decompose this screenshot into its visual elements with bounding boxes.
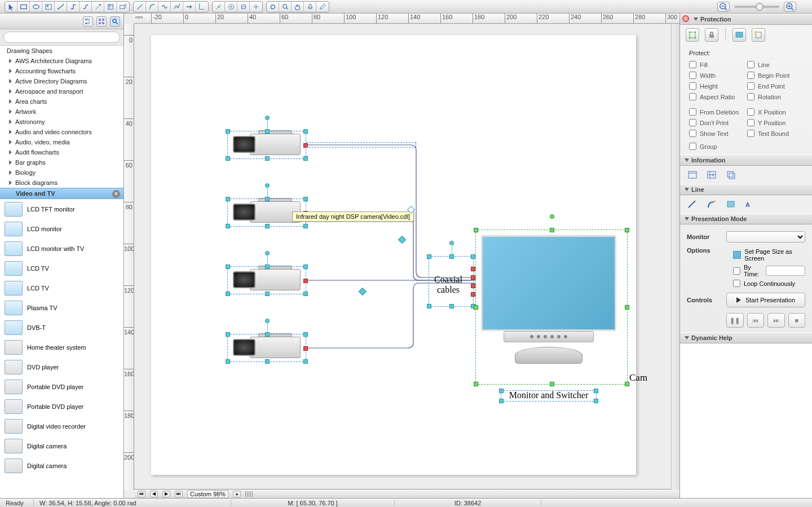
protect-icon-1[interactable] [686,28,699,42]
edit-tool-4[interactable] [250,2,262,12]
stencil-list[interactable]: LCD TFT monitor LCD monitor LCD monitor … [0,199,123,498]
loop-option[interactable]: Loop Continuously [726,279,805,288]
stamp-tool[interactable] [304,2,316,12]
category-item[interactable]: Active Directory Diagrams [0,76,123,86]
stencil-item[interactable]: Digital video recorder [0,416,123,436]
next-button[interactable]: ⏭ [767,313,785,328]
grid-view-icon[interactable] [96,16,107,27]
panel-close-icon[interactable] [682,15,689,22]
protection-title[interactable]: Protection [680,14,812,25]
category-item[interactable]: Block diagrams [0,178,123,188]
protect-check-begin[interactable]: Begin Point [747,72,803,79]
protect-check-group[interactable]: Group [689,143,803,150]
zoom-level[interactable]: Custom 98% [187,490,228,498]
close-category-icon[interactable]: × [112,190,120,198]
protect-check-print[interactable]: Don't Print [689,119,745,126]
arc-tool[interactable] [146,2,158,12]
category-item[interactable]: Audio, video, media [0,137,123,147]
line-icon-1[interactable] [686,197,699,211]
line-title[interactable]: Line [680,184,812,195]
protect-check-aspect[interactable]: Aspect Ratio [689,93,745,100]
stencil-item[interactable]: DVB-T [0,318,123,337]
refresh-tool[interactable] [267,2,279,12]
info-icon-2[interactable] [705,168,718,182]
category-item[interactable]: Accounting flowcharts [0,66,123,76]
connector-tool-4[interactable] [92,2,104,12]
stencil-item[interactable]: DVD player [0,357,123,377]
by-time-input[interactable] [766,266,805,276]
ellipse-tool[interactable] [30,2,42,12]
polyline-tool[interactable] [171,2,183,12]
start-presentation-button[interactable]: Start Presentation [726,293,805,307]
stencil-item[interactable]: LCD TFT monitor [0,199,123,219]
zoom-in-button[interactable] [784,2,796,12]
set-page-option[interactable]: Set Page Size as Screen [726,247,805,263]
protect-check-height[interactable]: Height [689,82,745,90]
stencil-item[interactable]: LCD monitor [0,219,123,239]
protect-check-fill[interactable]: Fill [689,61,745,68]
curve-tool[interactable] [158,2,171,12]
stencil-item[interactable]: Portable DVD player [0,396,123,416]
by-time-option[interactable]: By Time: [726,263,805,279]
page-first[interactable]: ⏮ [138,491,145,497]
protect-check-deletion[interactable]: From Deletion [689,108,745,116]
protect-check-bound[interactable]: Text Bound [747,130,803,137]
category-item[interactable]: Artwork [0,107,123,117]
stop-button[interactable]: ■ [788,313,806,328]
zoom-out-button[interactable] [717,2,730,12]
category-header[interactable]: Drawing Shapes [0,46,123,56]
grid-toggle[interactable] [245,491,253,497]
stencil-item[interactable]: LCD TV [0,258,123,278]
smart-connector-tool[interactable] [196,2,208,12]
tree-view-icon[interactable] [83,16,93,27]
category-item[interactable]: AWS Architecture Diagrams [0,56,123,66]
zoom-thumb[interactable] [756,3,764,11]
connector-tool-3[interactable] [80,2,92,12]
protect-icon-4[interactable] [752,28,765,42]
search-view-icon[interactable] [110,16,120,27]
monitor-label[interactable]: Monitor and Switcher [501,390,597,400]
pencil-tool[interactable] [316,2,329,12]
stencil-item[interactable]: Plasma TV [0,298,123,318]
connector-tool-1[interactable] [55,2,67,12]
category-item[interactable]: Audit flowcharts [0,147,123,157]
category-item[interactable]: Bar graphs [0,157,123,167]
line-icon-2[interactable] [705,197,718,211]
container-tool[interactable] [42,2,55,12]
cam-label[interactable]: Cam [629,372,647,383]
connector-tool-2[interactable] [67,2,80,12]
page-last[interactable]: ⏭ [175,491,183,497]
zoom-step[interactable]: ▴ [233,491,241,497]
protect-check-rotation[interactable]: Rotation [747,93,803,100]
line-icon-3[interactable] [724,197,738,211]
protect-check-width[interactable]: Width [689,72,745,79]
category-item[interactable]: Area charts [0,96,123,107]
category-item[interactable]: Aerospace and transport [0,86,123,96]
info-icon-3[interactable] [724,168,738,182]
page-prev[interactable]: ◀ [150,491,158,497]
canvas-viewport[interactable]: Coaxial cables Mon [134,24,679,489]
protect-check-text[interactable]: Show Text [689,130,745,137]
magnify-tool[interactable] [279,2,292,12]
protect-check-line[interactable]: Line [747,61,803,68]
category-item[interactable]: Astronomy [0,117,123,127]
arrow-tool[interactable] [183,2,196,12]
connector-tool-5[interactable] [104,2,117,12]
stencil-item[interactable]: LCD monitor with TV [0,239,123,258]
info-icon-1[interactable] [686,168,699,182]
edit-tool-3[interactable] [237,2,250,12]
selected-category[interactable]: Video and TV × [0,188,123,199]
pointer-tool[interactable] [5,2,17,12]
page-next[interactable]: ▶ [162,491,170,497]
stencil-item[interactable]: Home theater system [0,337,123,357]
protect-icon-3[interactable] [732,28,746,42]
stencil-item[interactable]: Digital camera [0,436,123,456]
vertical-scrollbar[interactable] [671,24,679,490]
category-list[interactable]: Drawing Shapes AWS Architecture Diagrams… [0,46,123,188]
category-item[interactable]: Biology [0,167,123,178]
zoom-track[interactable] [734,6,779,8]
monitor-select[interactable] [726,231,805,243]
category-item[interactable]: Audio and video connectors [0,127,123,137]
information-title[interactable]: Information [680,155,812,166]
edit-tool-1[interactable] [213,2,225,12]
